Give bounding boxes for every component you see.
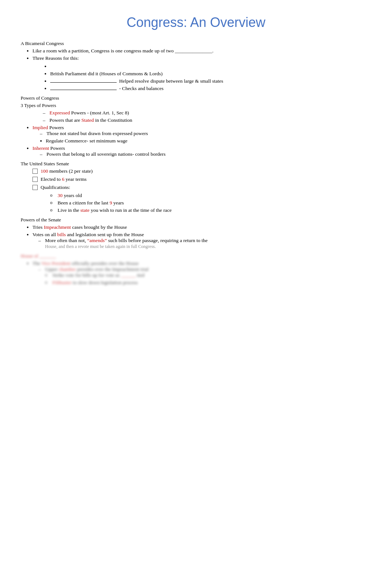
bicameral-heading: A Bicameral Congress bbox=[21, 41, 371, 46]
inherent-sub1: Powers that belong to all sovereign nati… bbox=[40, 151, 371, 157]
blurred-heading-text: House of _______ bbox=[21, 253, 56, 259]
blurred-list: The Vice President officially presides o… bbox=[32, 261, 371, 286]
amends-rest: such bills before passage, requiring a r… bbox=[107, 238, 208, 243]
inherent-sub-list: Powers that belong to all sovereign nati… bbox=[40, 151, 371, 157]
implied-list: Implied Powers Those not stated but draw… bbox=[32, 125, 371, 157]
blurred-section: House of _______ The Vice President offi… bbox=[21, 253, 371, 286]
impeach-label: Impeachment bbox=[44, 224, 71, 230]
blurred-chamber: chamber bbox=[59, 266, 76, 272]
bicameral-sub-list: British Parliament did it (Houses of Com… bbox=[50, 63, 371, 92]
qualifications-list: 30 years old Been a citizen for the last… bbox=[50, 193, 371, 213]
powers-heading2: 3 Types of Powers bbox=[21, 103, 371, 108]
senate-100: 100 bbox=[41, 168, 48, 174]
implied-sub2: Regulate Commerce- set minimum wage bbox=[46, 138, 371, 144]
blank2 bbox=[50, 90, 117, 90]
senate-members: members (2 per state) bbox=[48, 168, 93, 174]
qual-citizen: Been a citizen for the last 9 years bbox=[50, 200, 371, 206]
bicameral-sub3: Helped resolve dispute between large & s… bbox=[50, 78, 371, 84]
stated-item: Powers that are Stated in the Constituti… bbox=[43, 117, 371, 123]
senate-heading: The United States Senate bbox=[21, 161, 371, 167]
bills-rest: and legislation sent up from the House bbox=[66, 232, 144, 237]
senate-item3: Qualifications: bbox=[32, 184, 371, 190]
bicameral-item1: Like a room with a partition, Congress i… bbox=[32, 48, 371, 54]
senate-item2-text: Elected to 6 year terms bbox=[41, 176, 86, 182]
blank1 bbox=[50, 82, 117, 83]
bicameral-sub2: British Parliament did it (Houses of Com… bbox=[50, 71, 371, 77]
senate-powers-section: Powers of the Senate Tries Impeachment c… bbox=[21, 217, 371, 249]
implied-sub-list: Those not stated but drawn from expresse… bbox=[40, 131, 371, 137]
expressed-list: Expressed Powers - (most Art. 1, Sec 8) … bbox=[43, 110, 371, 123]
amends-label: “amends” bbox=[87, 238, 107, 243]
page-title: Congress: An Overview bbox=[21, 15, 371, 30]
senate-section: The United States Senate 100 members (2 … bbox=[21, 161, 371, 213]
bills-label: bills bbox=[57, 232, 66, 237]
implied-item: Implied Powers Those not stated but draw… bbox=[32, 125, 371, 144]
inherent-item: Inherent Powers Powers that belong to al… bbox=[32, 145, 371, 157]
qual-citizen-rest: years bbox=[112, 200, 124, 206]
bicameral-item2: Three Reasons for this: bbox=[32, 55, 371, 61]
amends-pre: More often than not, bbox=[45, 238, 87, 243]
stated-rest: in the Constitution bbox=[94, 117, 132, 123]
senate-qual-label: Qualifications: bbox=[41, 184, 70, 190]
powers-section: Powers of Congress 3 Types of Powers Exp… bbox=[21, 95, 371, 157]
amends-item: More often than not, “amends” such bills… bbox=[38, 238, 371, 249]
checkbox3 bbox=[32, 185, 38, 190]
qual-state-word: state bbox=[80, 207, 90, 213]
blurred-heading: House of _______ bbox=[21, 253, 371, 259]
inherent-label: Inherent bbox=[32, 145, 49, 151]
blurred-item1: The Vice President officially presides o… bbox=[32, 261, 371, 286]
bicameral-sub1 bbox=[50, 63, 371, 69]
impeach-rest: cases brought by the House bbox=[71, 224, 127, 230]
bills-pre: Votes on all bbox=[32, 232, 57, 237]
blurred-o2: Filibuster to slow down legislation proc… bbox=[45, 280, 371, 286]
senate-powers-heading: Powers of the Senate bbox=[21, 217, 371, 223]
expressed-label: Expressed bbox=[49, 110, 70, 115]
blurred-vp: Vice President bbox=[41, 261, 70, 266]
blurred-sub-list: Upper chamber presides over the Impeachm… bbox=[38, 266, 371, 286]
implied-label: Implied bbox=[32, 125, 48, 130]
powers-heading1: Powers of Congress bbox=[21, 95, 371, 101]
senate-item1: 100 members (2 per state) bbox=[32, 168, 371, 174]
stated-pre: Powers that are bbox=[49, 117, 82, 123]
expressed-rest: Powers - (most Art. 1, Sec 8) bbox=[70, 110, 129, 115]
senate-elected-pre: Elected to bbox=[41, 176, 62, 182]
blurred-o1: Strike vote for bills up for vote as ___… bbox=[45, 272, 371, 278]
implied-sub1: Those not stated but drawn from expresse… bbox=[40, 131, 371, 137]
senate-powers-list: Tries Impeachment cases brought by the H… bbox=[32, 224, 371, 249]
stated-label: Stated bbox=[82, 117, 94, 123]
inherent-rest: Powers bbox=[49, 145, 65, 151]
qual-state-pre: Live in the bbox=[58, 207, 80, 213]
implied-rest: Powers bbox=[48, 125, 64, 130]
senate-power2-sub: More often than not, “amends” such bills… bbox=[38, 238, 371, 249]
qual-age-rest: years old bbox=[63, 193, 82, 198]
qual-age: 30 years old bbox=[50, 193, 371, 199]
implied-sub2-list: Regulate Commerce- set minimum wage bbox=[46, 138, 371, 144]
bicameral-section: A Bicameral Congress Like a room with a … bbox=[21, 41, 371, 92]
bicameral-list: Like a room with a partition, Congress i… bbox=[32, 48, 371, 61]
senate-power1: Tries Impeachment cases brought by the H… bbox=[32, 224, 371, 230]
qual-state: Live in the state you wish to run in at … bbox=[50, 207, 371, 213]
impeach-pre: Tries bbox=[32, 224, 44, 230]
senate-item1-text: 100 members (2 per state) bbox=[41, 168, 93, 174]
blurred-o-list: Strike vote for bills up for vote as ___… bbox=[45, 272, 371, 286]
senate-power2: Votes on all bills and legislation sent … bbox=[32, 232, 371, 249]
senate-elected-rest: year terms bbox=[64, 176, 86, 182]
checkbox2 bbox=[32, 177, 38, 182]
blurred-red1: ______ bbox=[121, 272, 136, 278]
expressed-item: Expressed Powers - (most Art. 1, Sec 8) bbox=[43, 110, 371, 116]
qual-9: 9 bbox=[110, 200, 112, 206]
qual-30: 30 bbox=[58, 193, 63, 198]
checkbox1 bbox=[32, 169, 38, 174]
blurred-sub1: Upper chamber presides over the Impeachm… bbox=[38, 266, 371, 286]
amends-continuation: House, and then a revote must be taken a… bbox=[45, 244, 156, 249]
bicameral-sub4: - Checks and balances bbox=[50, 86, 371, 92]
qual-citizen-pre: Been a citizen for the last bbox=[58, 200, 110, 206]
blurred-filibuster: Filibuster bbox=[52, 280, 72, 285]
qual-state-rest: you wish to run in at the time of the ra… bbox=[90, 207, 172, 213]
senate-item2: Elected to 6 year terms bbox=[32, 176, 371, 182]
